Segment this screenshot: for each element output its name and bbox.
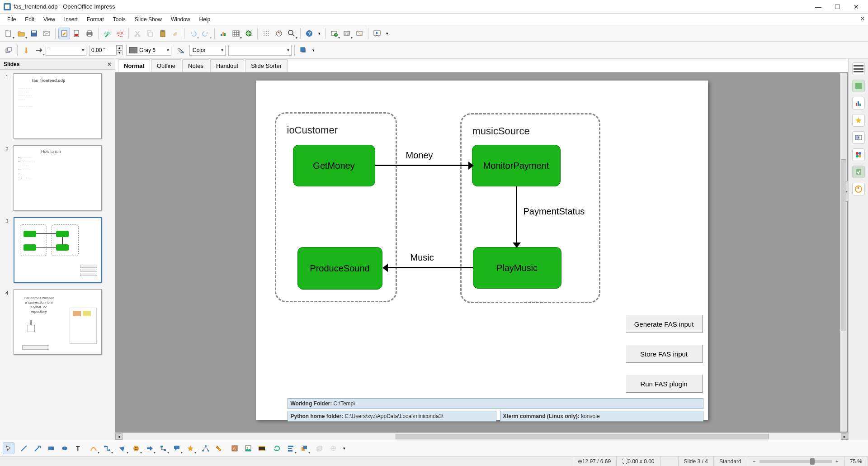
fill-mode-select[interactable]: Color <box>189 45 226 56</box>
close-button[interactable]: ✕ <box>851 1 862 12</box>
spellcheck-button[interactable]: ABC <box>101 28 113 39</box>
block-arrows-tool[interactable]: ▾ <box>144 442 156 454</box>
slide-transition-button[interactable] <box>852 131 865 144</box>
open-button[interactable]: ▾ <box>15 28 27 39</box>
gluepoints-tool[interactable] <box>213 442 225 454</box>
align-tool[interactable]: ▾ <box>285 442 297 454</box>
extrusion-tool[interactable] <box>314 442 326 454</box>
menu-format[interactable]: Format <box>82 14 108 24</box>
arrange-tool[interactable]: ▾ <box>298 442 310 454</box>
navigator-button[interactable] <box>273 28 285 39</box>
toolbar-overflow-2[interactable]: ▾ <box>384 28 390 39</box>
zoom-button[interactable]: ▾ <box>286 28 297 39</box>
styles-button[interactable] <box>852 148 865 161</box>
zoom-slider[interactable] <box>760 460 832 463</box>
menu-tools[interactable]: Tools <box>108 14 130 24</box>
functions-button[interactable] <box>852 166 865 178</box>
export-pdf-button[interactable] <box>71 28 83 39</box>
gallery-button[interactable] <box>852 80 865 92</box>
line-arrow-style-button[interactable]: ▾ <box>33 44 45 56</box>
menu-insert[interactable]: Insert <box>60 14 82 24</box>
text-tool[interactable]: T <box>72 442 84 454</box>
edge-music[interactable] <box>387 267 473 268</box>
slide-canvas[interactable]: ioCustomer musicSource GetMoney MonitorP… <box>256 81 708 420</box>
edge-paymentstatus[interactable] <box>516 186 517 245</box>
properties-button[interactable] <box>852 62 865 75</box>
tab-notes[interactable]: Notes <box>182 59 209 72</box>
menu-slideshow[interactable]: Slide Show <box>130 14 166 24</box>
shadow-button[interactable] <box>297 44 309 56</box>
zoom-out-button[interactable]: − <box>753 458 756 465</box>
maximize-button[interactable]: ☐ <box>832 1 843 12</box>
slide-thumb-4[interactable]: 4 For demos without a connection to a Sy… <box>5 289 109 355</box>
horizontal-scrollbar[interactable]: ◂ ▸ <box>115 433 848 440</box>
line-color-select[interactable]: Gray 6 <box>126 45 171 56</box>
line-style-select[interactable] <box>46 45 86 56</box>
zoom-in-button[interactable]: + <box>835 458 839 465</box>
format-paintbrush-button[interactable] <box>170 28 181 39</box>
curve-tool[interactable]: ▾ <box>88 442 99 454</box>
print-button[interactable] <box>84 28 95 39</box>
insert-slide-button[interactable]: +▾ <box>328 28 340 39</box>
node-playmusic[interactable]: PlayMusic <box>473 247 561 289</box>
toolbar-overflow[interactable]: ▾ <box>316 28 322 39</box>
toolbar2-overflow[interactable]: ▾ <box>310 44 316 56</box>
line-width-spinner[interactable]: ▲▼ <box>116 45 123 55</box>
area-fill-button[interactable] <box>175 44 187 56</box>
tab-slide-sorter[interactable]: Slide Sorter <box>245 59 288 72</box>
ellipse-tool[interactable] <box>59 442 71 454</box>
rectangle-tool[interactable] <box>45 442 57 454</box>
store-fas-button[interactable]: Store FAS input <box>626 345 703 363</box>
points-tool[interactable] <box>200 442 212 454</box>
menu-help[interactable]: Help <box>195 14 215 24</box>
slide-thumb-1[interactable]: 1 fas_frontend.odp · · · · · · · · ·· · … <box>5 73 109 139</box>
node-producesound[interactable]: ProduceSound <box>297 247 382 290</box>
paste-button[interactable] <box>157 28 169 39</box>
edge-money[interactable] <box>375 165 472 166</box>
scroll-right-button[interactable]: ▸ <box>841 433 848 440</box>
from-file-tool[interactable] <box>242 442 254 454</box>
close-document-icon[interactable]: ✕ <box>860 15 865 22</box>
navigator-sidebar-button[interactable] <box>852 183 865 195</box>
node-monitorpayment[interactable]: MonitorPayment <box>472 145 561 186</box>
callouts-tool[interactable]: ▾ <box>171 442 183 454</box>
menu-window[interactable]: Window <box>166 14 195 24</box>
chart-button[interactable] <box>217 28 229 39</box>
generate-fas-button[interactable]: Generate FAS input <box>626 315 703 333</box>
cut-button[interactable] <box>132 28 143 39</box>
autospell-button[interactable]: ABC <box>114 28 126 39</box>
close-slides-panel-icon[interactable]: × <box>108 61 111 68</box>
save-button[interactable] <box>28 28 40 39</box>
flowchart-tool[interactable]: ▾ <box>157 442 169 454</box>
minimize-button[interactable]: — <box>813 1 824 12</box>
drawbar-overflow[interactable]: ▾ <box>341 442 347 454</box>
menu-view[interactable]: View <box>39 14 60 24</box>
edit-mode-button[interactable] <box>58 28 70 39</box>
new-doc-button[interactable]: ▾ <box>3 28 14 39</box>
hyperlink-button[interactable] <box>243 28 255 39</box>
line-tool[interactable] <box>18 442 30 454</box>
undo-button[interactable]: ▾ <box>187 28 199 39</box>
stars-tool[interactable]: ▾ <box>184 442 196 454</box>
symbol-shapes-tool[interactable]: ▾ <box>130 442 142 454</box>
connector-tool[interactable]: ▾ <box>101 442 113 454</box>
tab-outline[interactable]: Outline <box>151 59 181 72</box>
xterm-command-field[interactable]: Xterm command (Linux only): konsole <box>500 411 703 422</box>
slide-layout-button[interactable]: ▾ <box>341 28 353 39</box>
menu-file[interactable]: File <box>3 14 20 24</box>
tab-normal[interactable]: Normal <box>118 59 150 72</box>
fill-color-select[interactable] <box>228 45 292 56</box>
media-tool[interactable] <box>256 442 268 454</box>
slide-thumb-3[interactable]: 3 <box>5 217 109 283</box>
help-button[interactable]: ? <box>303 28 315 39</box>
canvas-viewport[interactable]: ioCustomer musicSource GetMoney MonitorP… <box>115 72 848 433</box>
rotate-tool[interactable] <box>271 442 283 454</box>
interaction-tool[interactable] <box>327 442 339 454</box>
slide-thumb-2[interactable]: 2 How to run • · · · · · · · ·• · · · · … <box>5 145 109 211</box>
menu-edit[interactable]: Edit <box>20 14 39 24</box>
run-fas-button[interactable]: Run FAS plugin <box>626 375 703 393</box>
fontwork-tool[interactable]: A <box>229 442 241 454</box>
select-tool[interactable] <box>3 442 14 454</box>
grid-button[interactable] <box>260 28 272 39</box>
node-getmoney[interactable]: GetMoney <box>293 145 375 186</box>
